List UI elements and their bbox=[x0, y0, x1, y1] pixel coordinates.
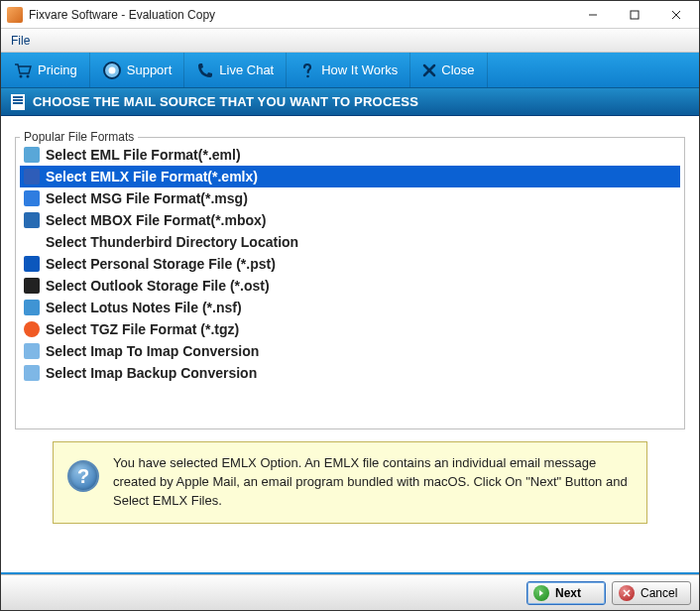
format-item-label: Select Imap To Imap Conversion bbox=[46, 343, 259, 359]
format-item-icon bbox=[24, 300, 40, 315]
toolbar-support-label: Support bbox=[127, 62, 173, 77]
format-item-icon bbox=[24, 278, 40, 294]
svg-point-7 bbox=[108, 66, 115, 73]
toolbar-livechat-label: Live Chat bbox=[219, 62, 274, 77]
hint-panel: ? You have selected EMLX Option. An EMLX… bbox=[53, 441, 647, 524]
format-item-label: Select Imap Backup Conversion bbox=[46, 365, 257, 381]
banner-text: CHOOSE THE MAIL SOURCE THAT YOU WANT TO … bbox=[33, 94, 418, 109]
hint-text: You have selected EMLX Option. An EMLX f… bbox=[113, 454, 633, 511]
format-item[interactable]: Select MSG File Format(*.msg) bbox=[20, 187, 680, 209]
cancel-x-icon bbox=[619, 585, 635, 601]
format-item[interactable]: Select EML File Format(*.eml) bbox=[20, 144, 680, 166]
format-item-label: Select Lotus Notes File (*.nsf) bbox=[46, 300, 242, 315]
next-arrow-icon bbox=[533, 585, 549, 601]
content-area: Popular File Formats Select EML File For… bbox=[1, 116, 699, 543]
format-item-icon bbox=[24, 234, 40, 250]
app-icon bbox=[7, 7, 23, 23]
close-x-icon bbox=[422, 63, 436, 77]
next-button[interactable]: Next bbox=[526, 581, 606, 605]
toolbar-pricing-label: Pricing bbox=[38, 62, 77, 77]
format-item[interactable]: Select Imap Backup Conversion bbox=[20, 362, 680, 384]
minimize-button[interactable] bbox=[572, 2, 614, 28]
support-icon bbox=[102, 61, 122, 80]
format-item-icon bbox=[24, 169, 40, 184]
format-item[interactable]: Select Personal Storage File (*.pst) bbox=[20, 253, 680, 275]
format-item[interactable]: Select Thunderbird Directory Location bbox=[20, 231, 680, 253]
format-item-icon bbox=[24, 212, 40, 228]
info-icon: ? bbox=[67, 460, 99, 492]
toolbar-howitworks[interactable]: How It Works bbox=[287, 53, 410, 87]
svg-point-4 bbox=[20, 74, 23, 77]
format-item-label: Select MSG File Format(*.msg) bbox=[46, 190, 248, 206]
document-icon bbox=[11, 94, 25, 110]
cancel-button[interactable]: Cancel bbox=[612, 581, 691, 605]
phone-icon bbox=[196, 61, 214, 79]
toolbar-howitworks-label: How It Works bbox=[321, 62, 398, 77]
cancel-button-label: Cancel bbox=[641, 586, 677, 600]
formats-fieldset: Popular File Formats Select EML File For… bbox=[15, 130, 685, 429]
format-item[interactable]: Select Lotus Notes File (*.nsf) bbox=[20, 297, 680, 318]
format-item-label: Select TGZ File Format (*.tgz) bbox=[46, 321, 239, 337]
format-item[interactable]: Select Outlook Storage File (*.ost) bbox=[20, 275, 680, 297]
window-title: Fixvare Software - Evaluation Copy bbox=[29, 8, 572, 22]
maximize-button[interactable] bbox=[614, 2, 655, 28]
format-item-label: Select Thunderbird Directory Location bbox=[46, 234, 298, 250]
maximize-icon bbox=[630, 10, 640, 20]
format-item-icon bbox=[24, 321, 40, 337]
question-icon bbox=[298, 61, 316, 79]
formats-legend: Popular File Formats bbox=[20, 130, 138, 144]
window-titlebar: Fixvare Software - Evaluation Copy bbox=[1, 1, 699, 29]
format-item-icon bbox=[24, 365, 40, 381]
svg-rect-1 bbox=[631, 11, 639, 19]
svg-point-8 bbox=[306, 74, 309, 77]
format-item-label: Select MBOX File Format(*.mbox) bbox=[46, 212, 266, 228]
toolbar-pricing[interactable]: Pricing bbox=[1, 53, 90, 87]
toolbar: Pricing Support Live Chat How It Works C… bbox=[1, 53, 699, 88]
menubar: File bbox=[1, 29, 699, 53]
toolbar-support[interactable]: Support bbox=[90, 53, 185, 87]
cart-icon bbox=[13, 61, 33, 79]
toolbar-close[interactable]: Close bbox=[410, 53, 487, 87]
toolbar-livechat[interactable]: Live Chat bbox=[184, 53, 287, 87]
format-item[interactable]: Select MBOX File Format(*.mbox) bbox=[20, 209, 680, 231]
format-item-icon bbox=[24, 256, 40, 272]
toolbar-close-label: Close bbox=[441, 62, 474, 77]
format-item-label: Select Outlook Storage File (*.ost) bbox=[46, 278, 270, 294]
format-item[interactable]: Select EMLX File Format(*.emlx) bbox=[20, 166, 680, 187]
svg-point-5 bbox=[27, 74, 30, 77]
format-item[interactable]: Select TGZ File Format (*.tgz) bbox=[20, 318, 680, 340]
format-item-label: Select EML File Format(*.eml) bbox=[46, 147, 241, 163]
format-item-icon bbox=[24, 343, 40, 359]
close-window-button[interactable] bbox=[655, 2, 697, 28]
menu-file[interactable]: File bbox=[1, 29, 40, 52]
page-banner: CHOOSE THE MAIL SOURCE THAT YOU WANT TO … bbox=[1, 88, 699, 116]
format-item-label: Select EMLX File Format(*.emlx) bbox=[46, 169, 258, 184]
format-item-icon bbox=[24, 147, 40, 163]
formats-list: Select EML File Format(*.eml)Select EMLX… bbox=[20, 144, 680, 384]
format-item-icon bbox=[24, 190, 40, 206]
format-item-label: Select Personal Storage File (*.pst) bbox=[46, 256, 276, 272]
format-item[interactable]: Select Imap To Imap Conversion bbox=[20, 340, 680, 362]
footer: Next Cancel bbox=[1, 574, 699, 610]
close-icon bbox=[671, 10, 681, 20]
next-button-label: Next bbox=[555, 586, 581, 600]
minimize-icon bbox=[588, 10, 598, 20]
